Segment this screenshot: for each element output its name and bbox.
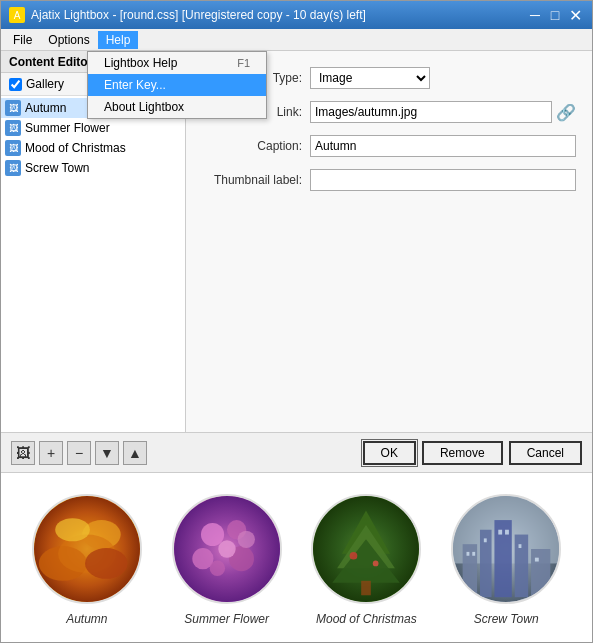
menu-file[interactable]: File [5,31,40,49]
thumbnail-image-screw[interactable] [451,494,561,604]
summer-svg [174,496,280,602]
remove-button[interactable]: Remove [422,441,503,465]
caption-input[interactable] [310,135,576,157]
ok-button[interactable]: OK [363,441,416,465]
tree-item-screw-town[interactable]: 🖼 Screw Town [1,158,185,178]
menu-enter-key[interactable]: Enter Key... [88,74,266,96]
toolbar-left: 🖼 + − ▼ ▲ [11,441,147,465]
title-controls: ─ □ ✕ [526,6,584,24]
app-icon: A [9,7,25,23]
svg-point-13 [237,531,254,548]
minus-button[interactable]: − [67,441,91,465]
svg-point-18 [350,552,358,560]
window-title: Ajatix Lightbox - [round.css] [Unregiste… [31,8,366,22]
add-button[interactable]: + [39,441,63,465]
tree-item-mood-christmas[interactable]: 🖼 Mood of Christmas [1,138,185,158]
thumbnail-label-autumn: Autumn [66,612,107,626]
close-button[interactable]: ✕ [566,6,584,24]
thumbnail-label-row: Thumbnail label: [202,169,576,191]
thumbnail-summer-flower: Summer Flower [172,494,282,626]
tree-icon-autumn: 🖼 [5,100,21,116]
menu-about-lightbox[interactable]: About Lightbox [88,96,266,118]
svg-rect-34 [535,558,539,562]
tree-icon-mood-christmas: 🖼 [5,140,21,156]
svg-point-11 [218,540,235,557]
svg-rect-26 [515,535,528,598]
svg-rect-32 [505,530,509,535]
toolbar-right: OK Remove Cancel [363,441,582,465]
link-icon[interactable]: 🔗 [556,103,576,122]
svg-rect-33 [519,544,522,548]
link-input-row: 🔗 [310,101,576,123]
screw-svg [453,496,559,602]
svg-point-19 [373,561,379,567]
svg-rect-20 [362,581,372,595]
menu-help[interactable]: Help [98,31,139,49]
svg-rect-30 [484,538,487,542]
thumbnail-autumn: Autumn [32,494,142,626]
svg-rect-27 [531,549,550,597]
cancel-button[interactable]: Cancel [509,441,582,465]
svg-point-5 [85,548,127,579]
link-input[interactable] [310,101,552,123]
svg-point-7 [201,523,224,546]
svg-rect-25 [495,520,512,597]
tree-icon-screw-town: 🖼 [5,160,21,176]
thumbnail-screw-town: Screw Town [451,494,561,626]
type-select[interactable]: Image Video Flash [310,67,430,89]
thumbnail-christmas: Mood of Christmas [311,494,421,626]
menu-options[interactable]: Options [40,31,97,49]
minimize-button[interactable]: ─ [526,6,544,24]
thumbnail-image-summer[interactable] [172,494,282,604]
christmas-svg [313,496,419,602]
autumn-svg [34,496,140,602]
thumbnail-image-autumn[interactable] [32,494,142,604]
thumbnails-section: Autumn [1,472,592,642]
thumbnail-image-christmas[interactable] [311,494,421,604]
up-button[interactable]: ▲ [123,441,147,465]
tree-icon-summer-flower: 🖼 [5,120,21,136]
tree-item-summer-flower[interactable]: 🖼 Summer Flower [1,118,185,138]
title-bar: A Ajatix Lightbox - [round.css] [Unregis… [1,1,592,29]
title-bar-left: A Ajatix Lightbox - [round.css] [Unregis… [9,7,366,23]
help-dropdown: Lightbox Help F1 Enter Key... About Ligh… [87,51,267,119]
svg-rect-31 [498,530,502,535]
maximize-button[interactable]: □ [546,6,564,24]
down-button[interactable]: ▼ [95,441,119,465]
tree-items: 🖼 Autumn 🖼 Summer Flower 🖼 Mood of Chris… [1,96,185,432]
thumbnail-label-input[interactable] [310,169,576,191]
image-tool-button[interactable]: 🖼 [11,441,35,465]
svg-rect-29 [472,552,475,556]
caption-row: Caption: [202,135,576,157]
thumbnail-label-summer: Summer Flower [184,612,269,626]
svg-rect-28 [467,552,470,556]
menu-bar: File Options Help Lightbox Help F1 Enter… [1,29,592,51]
thumbnail-label-label: Thumbnail label: [202,173,302,187]
thumbnail-label-christmas: Mood of Christmas [316,612,417,626]
svg-point-12 [209,561,224,576]
menu-lightbox-help[interactable]: Lightbox Help F1 [88,52,266,74]
svg-point-4 [55,518,90,541]
thumbnail-label-screw: Screw Town [474,612,539,626]
main-window: A Ajatix Lightbox - [round.css] [Unregis… [0,0,593,643]
bottom-toolbar: 🖼 + − ▼ ▲ OK Remove Cancel [1,432,592,472]
gallery-checkbox[interactable] [9,78,22,91]
gallery-label: Gallery [26,77,64,91]
caption-label: Caption: [202,139,302,153]
